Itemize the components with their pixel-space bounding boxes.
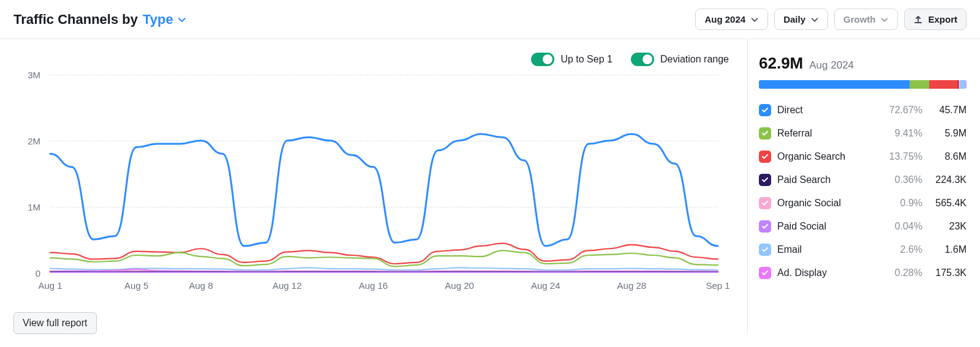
view-full-report-button[interactable]: View full report <box>13 312 97 334</box>
channel-legend: Direct72.67%45.7MReferral9.41%5.9MOrgani… <box>759 100 967 283</box>
legend-label: Organic Search <box>774 151 880 162</box>
export-label: Export <box>928 14 957 24</box>
x-tick: Aug 16 <box>359 280 388 291</box>
legend-label: Referral <box>774 128 880 139</box>
legend-pct: 0.9% <box>880 198 922 209</box>
header-controls: Aug 2024 Daily Growth <box>695 9 967 30</box>
legend-label: Ad. Display <box>774 267 880 278</box>
legend-label: Paid Search <box>774 174 880 185</box>
granularity-selector[interactable]: Daily <box>774 9 828 30</box>
deviation-label: Deviation range <box>660 54 729 65</box>
chevron-down-icon <box>750 15 759 24</box>
legend-value: 5.9M <box>922 128 967 139</box>
legend-checkbox[interactable] <box>759 220 771 233</box>
legend-value: 45.7M <box>922 105 967 116</box>
granularity-label: Daily <box>783 14 805 24</box>
series-email <box>50 267 718 270</box>
total-period: Aug 2024 <box>809 59 854 72</box>
bar-seg-referral <box>910 80 929 89</box>
legend-checkbox[interactable] <box>759 104 771 116</box>
legend-checkbox[interactable] <box>759 267 771 279</box>
bar-seg-direct <box>759 80 910 89</box>
legend-row-direct[interactable]: Direct72.67%45.7M <box>759 100 967 121</box>
x-tick: Aug 5 <box>124 280 148 291</box>
legend-pct: 13.75% <box>880 151 922 162</box>
x-tick: Aug 8 <box>189 280 213 291</box>
legend-value: 224.3K <box>922 174 967 185</box>
legend-checkbox[interactable] <box>759 151 771 163</box>
series-direct <box>50 134 718 246</box>
x-tick: Aug 28 <box>617 280 647 291</box>
summary-total: 62.9M Aug 2024 <box>759 54 967 73</box>
channel-distribution-bar <box>759 80 967 89</box>
legend-row-referral[interactable]: Referral9.41%5.9M <box>759 123 967 144</box>
x-tick: Aug 24 <box>531 280 560 291</box>
legend-pct: 2.6% <box>880 244 922 255</box>
legend-pct: 9.41% <box>880 128 922 139</box>
traffic-chart: 01M2M3M Aug 1Aug 5Aug 8Aug 12Aug 16Aug 2… <box>13 75 718 295</box>
legend-row-paid_social[interactable]: Paid Social0.04%23K <box>759 216 967 237</box>
legend-row-organic_social[interactable]: Organic Social0.9%565.4K <box>759 193 967 214</box>
legend-label: Direct <box>774 105 880 116</box>
title-type-label: Type <box>143 12 173 28</box>
bar-seg-organic_search <box>929 80 958 89</box>
legend-value: 1.6M <box>922 244 967 255</box>
legend-pct: 0.28% <box>880 267 922 278</box>
upto-toggle[interactable] <box>531 53 554 66</box>
x-tick: Sep 1 <box>706 280 729 291</box>
legend-value: 565.4K <box>922 198 967 209</box>
legend-label: Organic Social <box>774 198 880 209</box>
series-referral <box>50 250 718 266</box>
chart-toggles: Up to Sep 1 Deviation range <box>13 50 747 71</box>
legend-checkbox[interactable] <box>759 197 771 209</box>
metric-label: Growth <box>843 14 876 24</box>
bar-seg-email <box>960 80 966 89</box>
export-button[interactable]: Export <box>904 9 967 30</box>
chevron-down-icon <box>810 15 819 24</box>
legend-pct: 0.36% <box>880 174 922 185</box>
legend-value: 175.3K <box>922 267 967 278</box>
legend-checkbox[interactable] <box>759 127 771 140</box>
legend-label: Paid Social <box>774 221 880 232</box>
title-prefix: Traffic Channels by <box>13 12 138 28</box>
legend-checkbox[interactable] <box>759 244 771 256</box>
period-label: Aug 2024 <box>704 14 745 24</box>
x-tick: Aug 1 <box>38 280 62 291</box>
bar-seg-ad_display <box>966 80 967 89</box>
legend-checkbox[interactable] <box>759 174 771 186</box>
title-type-dropdown[interactable]: Type <box>143 12 187 28</box>
legend-row-email[interactable]: Email2.6%1.6M <box>759 239 967 260</box>
upload-icon <box>913 15 923 24</box>
legend-pct: 0.04% <box>880 221 922 232</box>
total-value: 62.9M <box>759 54 803 73</box>
legend-label: Email <box>774 244 880 255</box>
header: Traffic Channels by Type Aug 2024 Daily <box>0 0 980 39</box>
legend-row-ad_display[interactable]: Ad. Display0.28%175.3K <box>759 263 967 283</box>
metric-selector[interactable]: Growth <box>834 9 899 30</box>
upto-label: Up to Sep 1 <box>560 54 612 65</box>
x-tick: Aug 12 <box>273 280 302 291</box>
x-tick: Aug 20 <box>445 280 474 291</box>
page-title: Traffic Channels by Type <box>13 12 187 28</box>
deviation-toggle[interactable] <box>631 53 654 66</box>
chevron-down-icon <box>177 15 187 24</box>
legend-value: 23K <box>922 221 967 232</box>
legend-row-organic_search[interactable]: Organic Search13.75%8.6M <box>759 146 967 167</box>
legend-pct: 72.67% <box>880 105 922 116</box>
chevron-down-icon <box>880 15 889 24</box>
period-selector[interactable]: Aug 2024 <box>695 9 768 30</box>
legend-row-paid_search[interactable]: Paid Search0.36%224.3K <box>759 170 967 190</box>
legend-value: 8.6M <box>922 151 967 162</box>
